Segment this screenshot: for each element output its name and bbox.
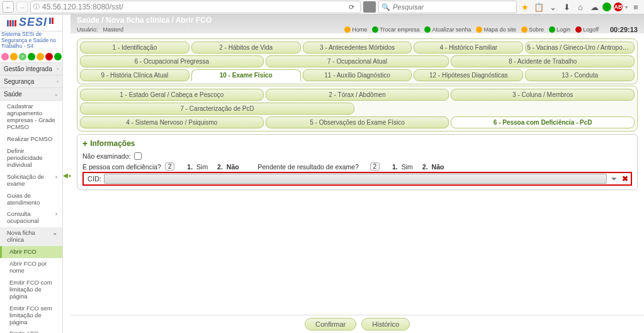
mini-icon-1[interactable] (1, 53, 9, 60)
tab-antecedentes[interactable]: 3 - Antecedentes Mórbidos (303, 42, 412, 54)
adblock-icon[interactable]: AB (614, 3, 623, 11)
menu-icon[interactable]: ≡ (630, 1, 641, 13)
opt1-sim[interactable]: Sim (196, 163, 208, 171)
historico-button[interactable]: Histórico (361, 318, 410, 330)
checkbox-nao-examinado[interactable] (134, 152, 142, 160)
nav-item-cadastrar-grupo[interactable]: Cadastrar agrupamento empresas - Grade P… (0, 101, 62, 133)
opt2-nao[interactable]: Não (227, 163, 239, 171)
link-sobre[interactable]: Sobre (521, 26, 544, 33)
opt1-num: 1. (187, 163, 193, 171)
back-button[interactable]: ← (3, 1, 14, 13)
svg-rect-0 (7, 20, 9, 26)
tab-aux-diag[interactable]: 11 - Auxílio Diagnóstico (303, 69, 412, 81)
logoff-icon (575, 26, 582, 33)
mini-icon-5[interactable] (37, 53, 44, 60)
mini-toolbar: ? (0, 51, 62, 63)
nav-item-guias[interactable]: Guias de atendimento (0, 190, 62, 209)
url-bar[interactable]: ⓘ 45.56.120.135:8080/sst/ ⟳ (30, 1, 361, 13)
subtab-obs-exame[interactable]: 5 - Observações do Exame Físico (266, 116, 449, 128)
tab-hipoteses[interactable]: 12 - Hipóteses Diagnósticas (414, 69, 523, 81)
subtab-sist-nervoso[interactable]: 4 - Sistema Nervoso / Psiquismo (80, 116, 264, 128)
mini-icon-7[interactable] (54, 53, 62, 60)
svg-rect-1 (9, 20, 11, 26)
link-home[interactable]: Home (344, 26, 367, 33)
svg-rect-4 (49, 18, 51, 24)
subtab-caract-pcd[interactable]: 7 - Caracterização de PcD (80, 103, 354, 115)
tab-hist-clinica[interactable]: 9 - História Clínica Atual (80, 69, 189, 81)
link-mapa[interactable]: Mapa do site (476, 26, 516, 33)
clear-icon[interactable]: ✖ (621, 174, 630, 183)
chevron-icon: › (57, 66, 59, 72)
nav-gestao[interactable]: Gestão integrada› (0, 63, 62, 76)
nav-item-emitir-aso[interactable]: Emitir ASO (0, 328, 62, 333)
mini-icon-3[interactable]: ? (19, 53, 26, 60)
mini-icon-2[interactable] (10, 53, 18, 60)
footer-buttons: Confirmar Histórico (71, 315, 644, 333)
mini-icon-6[interactable] (45, 53, 53, 60)
forward-button[interactable]: → (16, 1, 28, 13)
session-timer: 00:29:13 (610, 26, 638, 33)
link-trocar[interactable]: Trocar empresa (372, 26, 419, 33)
bookmark-icon[interactable]: ★ (519, 1, 531, 13)
subtab-torax[interactable]: 2 - Tórax / Abdômen (266, 89, 449, 101)
sidebar: SESI Sistema SESI de Segurança e Saúde n… (0, 14, 63, 333)
adblock-dropdown-icon[interactable]: ▾ (625, 4, 628, 10)
tab-vacinas[interactable]: 5 - Vacinas / Gineco-Uro / Antropometria (525, 42, 635, 54)
nav-item-realizar-pcmso[interactable]: Realizar PCMSO (0, 133, 62, 145)
refresh-icon[interactable]: ⟳ (345, 3, 358, 11)
label-nao-examinado: Não examinado: (82, 152, 130, 160)
reader-icon[interactable] (363, 1, 376, 13)
tab-exame-fisico[interactable]: 10 - Exame Físico (191, 69, 301, 81)
nav-item-solicitacao[interactable]: Solicitação de exame› (0, 171, 62, 190)
sidebar-collapse[interactable]: ◀◀ (63, 14, 71, 333)
tab-historico-fam[interactable]: 4 - Histórico Familiar (414, 42, 523, 54)
badge-pendente[interactable]: 2 (370, 162, 380, 171)
chevron-icon: › (55, 211, 57, 225)
search-bar[interactable]: 🔍 (378, 1, 517, 13)
nav-item-consulta-ocup[interactable]: Consulta ocupacional› (0, 208, 62, 227)
tab-acidente[interactable]: 8 - Acidente de Trabalho (451, 55, 635, 67)
nav-item-abrir-fco-nome[interactable]: Abrir FCO por nome (0, 258, 62, 277)
nav-seguranca[interactable]: Segurança› (0, 76, 62, 88)
nav-saude[interactable]: Saúde⌄ (0, 88, 62, 101)
subtab-pcd[interactable]: 6 - Pessoa com Deficiência - PcD (451, 116, 635, 128)
mini-icon-4[interactable] (28, 53, 35, 60)
topbar: Saúde / Nova ficha clínica / Abrir FCO U… (71, 14, 644, 33)
link-login[interactable]: Login (549, 26, 570, 33)
clipboard-icon[interactable]: 📋 (533, 1, 545, 13)
sync-icon[interactable]: ☁ (589, 1, 600, 13)
tab-conduta[interactable]: 13 - Conduta (525, 69, 635, 81)
search-icon: 🔍 (381, 3, 390, 11)
tab-identificacao[interactable]: 1 - Identificação (80, 42, 189, 54)
tab-ocup-pregressa[interactable]: 6 - Ocupacional Pregressa (80, 55, 264, 67)
search-input[interactable] (393, 3, 514, 11)
link-logoff[interactable]: Logoff (575, 26, 599, 33)
nav-item-emitir-fco-sem[interactable]: Emitir FCO sem limitação de página (0, 303, 62, 329)
opt1b-num: 1. (392, 163, 398, 171)
nav-item-emitir-fco-lim[interactable]: Emitir FCO com limitação de página (0, 277, 62, 303)
nav-item-abrir-fco[interactable]: Abrir FCO (0, 246, 62, 258)
pocket-icon[interactable]: ⌄ (547, 1, 558, 13)
svg-rect-5 (52, 18, 54, 24)
login-icon (549, 26, 555, 33)
content: 1 - Identificação 2 - Hábitos de Vida 3 … (71, 33, 644, 315)
link-atualizar[interactable]: Atualizar senha (424, 26, 471, 33)
subtab-coluna[interactable]: 3 - Coluna / Membros (451, 89, 635, 101)
tab-habitos[interactable]: 2 - Hábitos de Vida (191, 42, 301, 54)
nav-item-nova-ficha[interactable]: Nova ficha clínica⌄ (0, 227, 62, 246)
breadcrumb: Saúde / Nova ficha clínica / Abrir FCO (77, 16, 638, 26)
cid-input[interactable] (104, 174, 607, 184)
home-icon[interactable]: ⌂ (575, 1, 586, 13)
opt1b-sim[interactable]: Sim (402, 163, 413, 171)
addon1-icon[interactable] (602, 3, 611, 11)
confirmar-button[interactable]: Confirmar (305, 318, 356, 330)
nav-item-definir-period[interactable]: Definir periodicidade individual (0, 145, 62, 171)
filter-icon[interactable]: ⏷ (609, 174, 618, 183)
opt2b-nao[interactable]: Não (432, 163, 444, 171)
badge-pessoa-def[interactable]: 2 (165, 162, 175, 171)
downloads-icon[interactable]: ⬇ (561, 1, 572, 13)
tab-ocup-atual[interactable]: 7 - Ocupacional Atual (266, 55, 449, 67)
row-questions: É pessoa com deficiência? 2 1. Sim 2. Nã… (82, 161, 632, 172)
subtab-estado-geral[interactable]: 1 - Estado Geral / Cabeça e Pescoço (80, 89, 264, 101)
plus-icon[interactable]: + (82, 138, 88, 149)
